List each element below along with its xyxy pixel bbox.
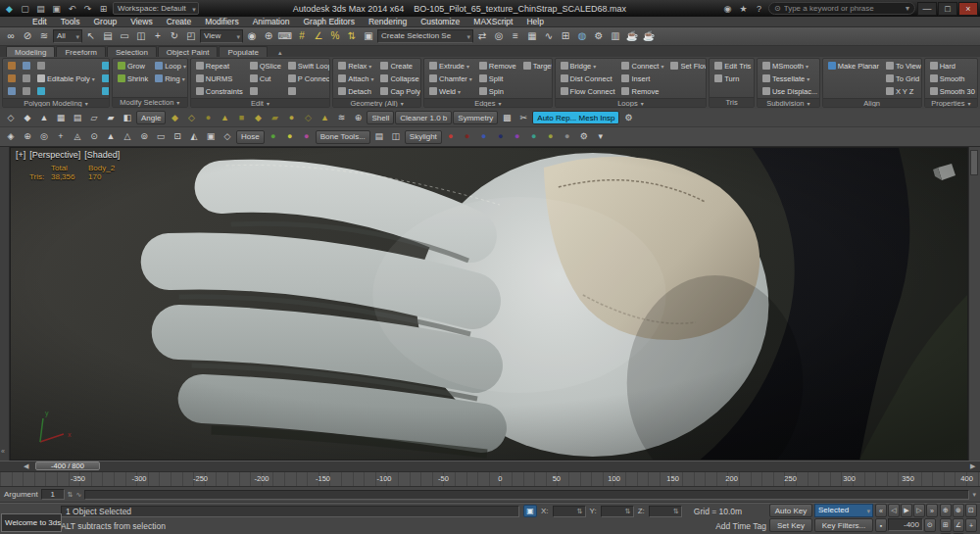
argument-spinner[interactable]: ⇅	[68, 491, 74, 499]
use-pivot-center-icon[interactable]: ◉	[244, 28, 260, 45]
poly-shape-10-icon[interactable]: ▲	[317, 110, 332, 126]
coord-z-spinner-icon[interactable]: ⇅	[673, 508, 679, 515]
dot-magenta-icon[interactable]: ●	[299, 128, 315, 145]
ribbon-button[interactable]: To Grid	[884, 73, 922, 84]
symmetry-button[interactable]: Symmetry	[453, 110, 498, 126]
selection-region-icon[interactable]: ▭	[117, 28, 132, 45]
ribbon-button[interactable]: Chamfer ▾	[427, 73, 474, 84]
viewport-shading-menu[interactable]: [Shaded]	[84, 150, 120, 160]
render-setup-icon[interactable]: ⚙	[591, 28, 607, 45]
select-and-manipulate-icon[interactable]: ⊕	[261, 28, 276, 45]
sphere-gray-icon[interactable]: ●	[560, 128, 575, 145]
ribbon-button[interactable]: Edit Tris	[712, 60, 753, 72]
script-settings-icon[interactable]: ⚙	[576, 128, 592, 145]
more-tools-icon[interactable]: ▾	[593, 128, 609, 145]
auto-key-button[interactable]: Auto Key	[769, 504, 812, 517]
sphere-maroon-icon[interactable]: ●	[460, 128, 475, 145]
ribbon-tab[interactable]: Object Paint	[158, 46, 219, 57]
ribbon-button[interactable]: Hard	[928, 60, 977, 72]
spacing-tool-icon[interactable]: ◇	[220, 128, 235, 145]
menu-item[interactable]: Rendering	[362, 17, 414, 26]
time-slider-track[interactable]	[0, 461, 980, 472]
ribbon-button[interactable]	[6, 60, 18, 72]
ribbon-button[interactable]	[21, 85, 32, 97]
ribbon-button[interactable]: Ring ▾	[153, 73, 188, 84]
ribbon-panel-title[interactable]: Geometry (All) ▾	[333, 98, 420, 108]
ribbon-panel-title[interactable]: Align	[823, 98, 921, 108]
ribbon-button[interactable]: Create	[378, 60, 421, 72]
perspective-viewport[interactable]: x y	[10, 147, 968, 461]
ribbon-button[interactable]: Dist Connect	[559, 73, 617, 84]
ribbon-button[interactable]: Spin	[477, 85, 518, 97]
transform-tool-icon[interactable]: +	[53, 128, 69, 145]
ribbon-tab[interactable]: Modeling	[6, 46, 55, 57]
edge-constraint-icon[interactable]: ◇	[3, 110, 19, 126]
bone-tools-button[interactable]: Bone Tools...	[316, 128, 370, 145]
key-selection-dropdown[interactable]: Selected	[814, 504, 873, 517]
hose-button[interactable]: Hose	[236, 128, 265, 145]
ribbon-tab[interactable]: Populate	[219, 46, 268, 57]
menu-item[interactable]: MAXScript	[466, 17, 519, 26]
mirror-icon[interactable]: ⇄	[474, 28, 490, 45]
open-file-icon[interactable]: ▤	[33, 2, 48, 16]
poly-shape-6-icon[interactable]: ◆	[250, 110, 266, 126]
dot-green-icon[interactable]: ●	[266, 128, 281, 145]
zoom-extents-button[interactable]: ⊡	[965, 504, 977, 517]
pinch-brush-icon[interactable]: ▲	[103, 128, 119, 145]
ribbon-button[interactable]: Grow	[116, 60, 150, 72]
ribbon-button[interactable]: Smooth 30	[928, 85, 977, 97]
keyboard-override-icon[interactable]: ⌨	[277, 28, 293, 45]
mini-curve-editor-icon[interactable]: ∿	[76, 491, 82, 499]
schematic-view-icon[interactable]: ⊞	[558, 28, 573, 45]
sphere-purple-icon[interactable]: ●	[510, 128, 525, 145]
ribbon-button[interactable]	[6, 73, 18, 84]
sphere-teal-icon[interactable]: ●	[526, 128, 542, 145]
ribbon-button[interactable]	[100, 85, 110, 97]
ribbon-panel-title[interactable]: Modify Selection ▾	[113, 97, 187, 107]
coord-y-spinner-icon[interactable]: ⇅	[625, 508, 631, 515]
ribbon-button[interactable]: Detach	[336, 85, 375, 97]
poly-shape-4-icon[interactable]: ▲	[217, 110, 232, 126]
coord-x-field[interactable]: ⇅	[553, 506, 586, 517]
viewport-scroll-thumb[interactable]	[970, 150, 978, 175]
slice-plane-icon[interactable]: ▱	[86, 110, 102, 126]
shell-button[interactable]: Shell	[367, 110, 394, 126]
sphere-navy-icon[interactable]: ●	[493, 128, 509, 145]
ribbon-button[interactable]: To View	[884, 60, 922, 72]
spinner-snap-icon[interactable]: ⇅	[344, 28, 360, 45]
next-frame-button[interactable]: ▷	[913, 504, 925, 517]
pivot-tool-icon[interactable]: ◎	[36, 128, 52, 145]
layer-manager-icon[interactable]: ≡	[508, 28, 523, 45]
render-iterative-icon[interactable]: ☕	[641, 28, 657, 45]
skylight-button[interactable]: Skylight	[405, 128, 442, 145]
zoom-extents-all-button[interactable]: ⊞	[940, 518, 952, 532]
mirror-tool-icon[interactable]: ◭	[186, 128, 202, 145]
noise-brush-icon[interactable]: ⊚	[136, 128, 152, 145]
ribbon-button[interactable]: Insert	[619, 73, 665, 84]
ribbon-button[interactable]	[286, 85, 330, 97]
ribbon-button[interactable]: Cut	[248, 73, 283, 84]
quickslice-icon[interactable]: ▰	[103, 110, 119, 126]
bind-to-space-warp-icon[interactable]: ≋	[36, 28, 52, 45]
settings-tool-icon[interactable]: ⚙	[620, 110, 636, 126]
flatten-brush-icon[interactable]: ▭	[153, 128, 169, 145]
auto-repair-mesh-button[interactable]: Auto Rep... Mesh Insp	[532, 110, 619, 126]
ribbon-button[interactable]: Flow Connect	[559, 85, 617, 97]
coord-x-spinner-icon[interactable]: ⇅	[577, 508, 583, 515]
poly-shape-3-icon[interactable]: ●	[200, 110, 216, 126]
poly-shape-9-icon[interactable]: ◇	[300, 110, 316, 126]
ribbon-panel-title[interactable]: Loops ▾	[556, 98, 707, 108]
ribbon-button[interactable]: QSlice	[248, 60, 283, 72]
render-production-icon[interactable]: ☕	[624, 28, 640, 45]
zoom-button[interactable]: ⊕	[940, 504, 952, 517]
ribbon-button[interactable]: Relax ▾	[336, 60, 375, 72]
ribbon-panel-title[interactable]: Subdivision ▾	[758, 98, 819, 108]
time-configuration-button[interactable]: ⊙	[924, 518, 936, 532]
ribbon-button[interactable]	[35, 60, 97, 72]
save-file-icon[interactable]: ▣	[49, 2, 64, 16]
select-and-scale-icon[interactable]: ◰	[183, 28, 199, 45]
cut-plane-icon[interactable]: ◧	[120, 110, 135, 126]
menu-item[interactable]: Edit	[25, 17, 54, 26]
minimize-button[interactable]: —	[917, 2, 937, 16]
fov-button[interactable]: ∠	[953, 518, 964, 532]
